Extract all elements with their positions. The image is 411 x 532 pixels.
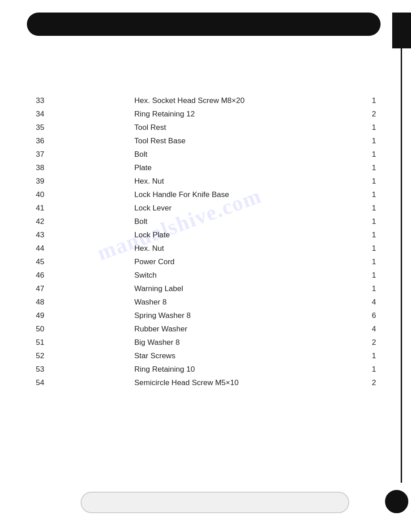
part-name: Star Screws [72,352,358,360]
part-name: Washer 8 [72,298,358,307]
part-qty: 1 [358,257,376,266]
part-name: Power Cord [72,257,358,266]
table-row: 35Tool Rest1 [36,121,376,134]
part-name: Big Washer 8 [72,338,358,347]
part-name: Lock Plate [72,231,358,240]
table-row: 44Hex. Nut1 [36,242,376,255]
table-row: 48Washer 84 [36,296,376,309]
part-qty: 2 [358,378,376,387]
right-line [401,13,402,483]
part-qty: 2 [358,338,376,347]
part-name: Warning Label [72,284,358,293]
part-number: 42 [36,217,72,226]
part-number: 33 [36,96,72,105]
page-container: manualshive.com 33Hex. Socket Head Screw… [0,0,411,532]
part-name: Hex. Socket Head Screw M8×20 [72,96,358,105]
part-name: Hex. Nut [72,244,358,253]
part-number: 39 [36,177,72,186]
part-number: 49 [36,311,72,320]
bottom-circle [385,490,408,513]
part-name: Bolt [72,217,358,226]
part-qty: 1 [358,271,376,280]
part-number: 40 [36,190,72,199]
part-qty: 4 [358,325,376,334]
part-number: 36 [36,137,72,146]
table-row: 51Big Washer 82 [36,336,376,349]
part-number: 51 [36,338,72,347]
part-qty: 1 [358,123,376,132]
part-qty: 1 [358,96,376,105]
part-name: Semicircle Head Screw M5×10 [72,378,358,387]
part-name: Rubber Washer [72,325,358,334]
part-qty: 1 [358,177,376,186]
part-qty: 2 [358,110,376,119]
part-number: 35 [36,123,72,132]
part-number: 45 [36,257,72,266]
part-name: Tool Rest [72,123,358,132]
part-name: Ring Retaining 12 [72,110,358,119]
part-qty: 1 [358,137,376,146]
part-qty: 1 [358,163,376,172]
part-number: 50 [36,325,72,334]
part-number: 53 [36,365,72,374]
part-name: Hex. Nut [72,177,358,186]
table-row: 50Rubber Washer4 [36,322,376,336]
table-row: 54Semicircle Head Screw M5×102 [36,376,376,390]
part-qty: 1 [358,244,376,253]
table-row: 49Spring Washer 86 [36,309,376,322]
table-row: 40Lock Handle For Knife Base1 [36,188,376,202]
table-row: 38Plate1 [36,161,376,175]
table-row: 34Ring Retaining 122 [36,107,376,121]
part-qty: 1 [358,217,376,226]
part-name: Bolt [72,150,358,159]
part-number: 37 [36,150,72,159]
part-name: Lock Lever [72,204,358,213]
table-row: 43Lock Plate1 [36,228,376,242]
part-qty: 1 [358,365,376,374]
table-row: 39Hex. Nut1 [36,175,376,188]
part-name: Tool Rest Base [72,137,358,146]
bottom-bar [81,492,349,513]
table-row: 33Hex. Socket Head Screw M8×201 [36,94,376,107]
part-qty: 1 [358,231,376,240]
table-row: 42Bolt1 [36,215,376,228]
parts-list: 33Hex. Socket Head Screw M8×20134Ring Re… [36,94,376,390]
part-name: Ring Retaining 10 [72,365,358,374]
part-number: 47 [36,284,72,293]
part-qty: 1 [358,352,376,360]
part-number: 44 [36,244,72,253]
part-number: 46 [36,271,72,280]
table-row: 41Lock Lever1 [36,202,376,215]
part-qty: 1 [358,190,376,199]
table-row: 37Bolt1 [36,148,376,161]
part-name: Switch [72,271,358,280]
part-number: 54 [36,378,72,387]
part-qty: 4 [358,298,376,307]
part-number: 43 [36,231,72,240]
part-qty: 1 [358,284,376,293]
part-qty: 1 [358,204,376,213]
table-row: 52Star Screws1 [36,349,376,363]
part-name: Spring Washer 8 [72,311,358,320]
table-row: 45Power Cord1 [36,255,376,269]
part-number: 38 [36,163,72,172]
part-name: Lock Handle For Knife Base [72,190,358,199]
top-bar [27,13,381,36]
table-row: 36Tool Rest Base1 [36,134,376,148]
table-row: 53Ring Retaining 101 [36,363,376,376]
part-name: Plate [72,163,358,172]
table-row: 47Warning Label1 [36,282,376,296]
part-number: 34 [36,110,72,119]
part-number: 48 [36,298,72,307]
part-qty: 6 [358,311,376,320]
table-row: 46Switch1 [36,269,376,282]
part-qty: 1 [358,150,376,159]
part-number: 41 [36,204,72,213]
part-number: 52 [36,352,72,360]
